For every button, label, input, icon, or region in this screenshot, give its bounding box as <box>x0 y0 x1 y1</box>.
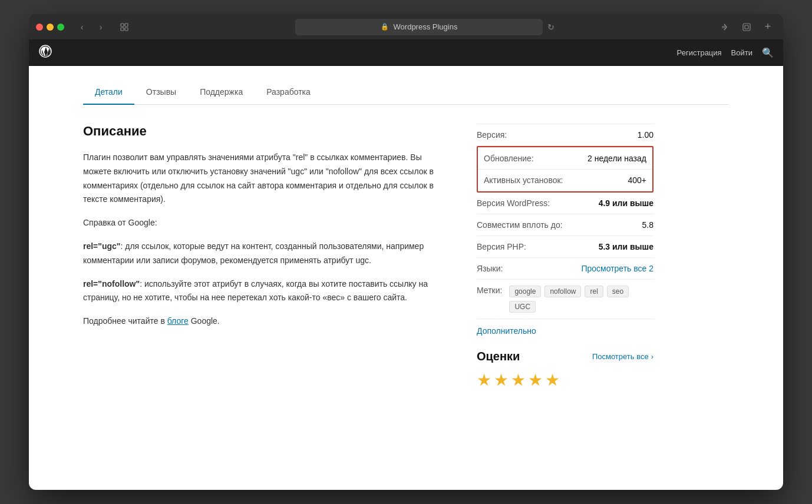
maximize-button[interactable] <box>57 24 64 31</box>
compatible-value: 5.8 <box>642 220 653 230</box>
wp-version-label: Версия WordPress: <box>477 198 550 208</box>
forward-button[interactable]: › <box>93 20 109 34</box>
ratings-section: Оценки Посмотреть все › ★ ★ ★ ★ ★ <box>477 350 653 390</box>
new-tab-button[interactable] <box>738 20 755 34</box>
installs-row: Активных установок: 400+ <box>478 170 652 191</box>
stars: ★ ★ ★ ★ ★ <box>477 370 653 390</box>
search-icon[interactable]: 🔍 <box>762 47 774 58</box>
login-link[interactable]: Войти <box>731 48 752 57</box>
address-bar[interactable]: 🔒 Wordpress Plugins <box>295 19 543 35</box>
tab-view-button[interactable] <box>116 20 133 34</box>
title-bar: ‹ › 🔒 Wordpress Plugins ↻ <box>29 14 783 40</box>
more-link[interactable]: Дополнительно <box>477 326 653 336</box>
page-content: Детали Отзывы Поддержка Разработка Описа… <box>29 66 783 490</box>
main-left: Описание Плагин позволит вам управлять з… <box>83 124 448 390</box>
svg-rect-0 <box>121 24 124 26</box>
toolbar-right: + <box>717 20 776 34</box>
address-text: Wordpress Plugins <box>394 22 458 31</box>
star-1: ★ <box>477 370 491 390</box>
description-title: Описание <box>83 124 448 139</box>
tab-reviews[interactable]: Отзывы <box>134 80 188 105</box>
tag-rel[interactable]: rel <box>585 286 603 297</box>
php-version-label: Версия PHP: <box>477 242 526 251</box>
tag-seo[interactable]: seo <box>607 286 629 297</box>
star-2: ★ <box>494 370 509 390</box>
wp-version-value: 4.9 или выше <box>599 198 653 208</box>
add-tab-button[interactable]: + <box>760 20 776 34</box>
traffic-lights <box>36 24 64 31</box>
back-button[interactable]: ‹ <box>74 20 90 34</box>
description-paragraph-1: Плагин позволит вам управлять значениями… <box>83 151 448 207</box>
svg-rect-5 <box>743 24 750 31</box>
description-paragraph-2: Справка от Google: <box>83 216 448 230</box>
languages-row: Языки: Просмотреть все 2 <box>477 258 653 280</box>
tab-details[interactable]: Детали <box>83 80 134 105</box>
close-button[interactable] <box>36 24 43 31</box>
tags-container: google nofollow rel seo UGC <box>509 286 653 313</box>
star-5: ★ <box>545 370 560 390</box>
update-label: Обновление: <box>484 154 534 163</box>
lock-icon: 🔒 <box>381 23 389 31</box>
register-link[interactable]: Регистрация <box>677 48 722 57</box>
nav-buttons: ‹ › <box>74 20 109 34</box>
main-layout: Описание Плагин позволит вам управлять з… <box>83 124 729 390</box>
version-value: 1.00 <box>638 130 653 140</box>
svg-rect-6 <box>745 25 748 29</box>
star-4: ★ <box>528 370 543 390</box>
tag-nofollow[interactable]: nofollow <box>544 286 581 297</box>
version-row: Версия: 1.00 <box>477 124 653 146</box>
svg-rect-1 <box>125 24 128 26</box>
tab-development[interactable]: Разработка <box>255 80 322 105</box>
installs-value: 400+ <box>628 175 646 185</box>
tag-google[interactable]: google <box>509 286 541 297</box>
svg-rect-3 <box>125 28 128 31</box>
ratings-title: Оценки <box>477 350 520 363</box>
tags-label: Метки: <box>477 286 502 295</box>
update-value: 2 недели назад <box>587 154 646 163</box>
compatible-row: Совместим вплоть до: 5.8 <box>477 214 653 236</box>
description-nofollow: rel="nofollow": используйте этот атрибут… <box>83 277 448 306</box>
blog-link[interactable]: блоге <box>167 316 189 326</box>
description-ugc: rel="ugc": для ссылок, которые ведут на … <box>83 240 448 268</box>
ratings-view-all[interactable]: Посмотреть все › <box>592 352 653 361</box>
tabs: Детали Отзывы Поддержка Разработка <box>83 80 729 105</box>
ugc-label: rel="ugc" <box>83 241 120 251</box>
ugc-text: : для ссылок, которые ведут на контент, … <box>83 241 424 265</box>
svg-rect-2 <box>121 28 124 31</box>
minimize-button[interactable] <box>47 24 54 31</box>
reload-button[interactable]: ↻ <box>547 22 554 32</box>
wp-version-row: Версия WordPress: 4.9 или выше <box>477 193 653 214</box>
share-button[interactable] <box>717 20 734 34</box>
compatible-label: Совместим вплоть до: <box>477 220 563 230</box>
browser-window: ‹ › 🔒 Wordpress Plugins ↻ <box>29 14 783 490</box>
installs-label: Активных установок: <box>484 175 563 185</box>
nav-bar-links: Регистрация Войти 🔍 <box>677 47 774 58</box>
version-label: Версия: <box>477 130 507 140</box>
languages-value[interactable]: Просмотреть все 2 <box>581 264 653 273</box>
wordpress-logo <box>38 44 52 61</box>
languages-label: Языки: <box>477 264 503 273</box>
highlight-box: Обновление: 2 недели назад Активных уста… <box>477 146 653 193</box>
more-suffix: Google. <box>189 316 220 326</box>
star-3: ★ <box>511 370 526 390</box>
tab-support[interactable]: Поддержка <box>188 80 255 105</box>
svg-rect-4 <box>722 26 725 28</box>
nofollow-label: rel="nofollow" <box>83 279 140 289</box>
main-right: Версия: 1.00 Обновление: 2 недели назад … <box>477 124 653 390</box>
php-version-value: 5.3 или выше <box>599 242 653 251</box>
tag-ugc[interactable]: UGC <box>509 301 536 313</box>
address-bar-container: 🔒 Wordpress Plugins ↻ <box>137 19 712 35</box>
tags-row: Метки: google nofollow rel seo UGC <box>477 280 653 319</box>
php-version-row: Версия PHP: 5.3 или выше <box>477 236 653 258</box>
description-more: Подробнее читайте в блоге Google. <box>83 314 448 329</box>
more-prefix: Подробнее читайте в <box>83 316 167 326</box>
nav-bar: Регистрация Войти 🔍 <box>29 40 783 66</box>
ratings-header: Оценки Посмотреть все › <box>477 350 653 363</box>
update-row: Обновление: 2 недели назад <box>478 147 652 170</box>
